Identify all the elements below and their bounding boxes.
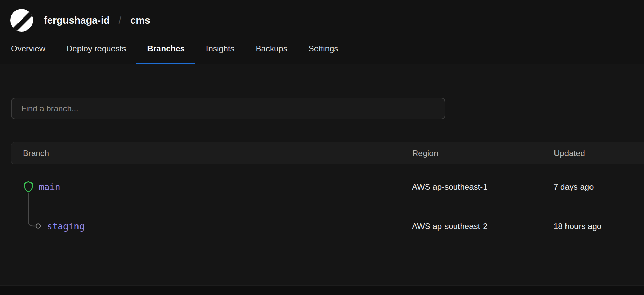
- footer-strip: [0, 285, 644, 295]
- tab-settings[interactable]: Settings: [298, 44, 349, 64]
- branch-link-staging[interactable]: staging: [47, 221, 85, 232]
- branch-search-input[interactable]: [11, 98, 445, 119]
- app-header: fergushaga-id / cms Overview Deploy requ…: [0, 0, 644, 64]
- breadcrumb-org-link[interactable]: fergushaga-id: [44, 15, 110, 26]
- column-header-region: Region: [412, 149, 554, 158]
- table-body: main AWS ap-southeast-1 7 days ago stagi…: [11, 164, 644, 246]
- branch-link-main[interactable]: main: [39, 182, 60, 192]
- tab-branches[interactable]: Branches: [136, 44, 195, 64]
- branch-cell: staging: [11, 221, 412, 232]
- logo-stripe: [10, 12, 33, 32]
- app-root: fergushaga-id / cms Overview Deploy requ…: [0, 0, 644, 295]
- table-header-row: Branch Region Updated: [11, 142, 644, 164]
- region-cell: AWS ap-southeast-2: [412, 222, 553, 231]
- tab-deploy-requests[interactable]: Deploy requests: [56, 44, 136, 64]
- tab-overview[interactable]: Overview: [0, 44, 56, 64]
- column-header-updated: Updated: [554, 149, 644, 158]
- table-row-staging[interactable]: staging AWS ap-southeast-2 18 hours ago: [11, 206, 644, 246]
- header-top: fergushaga-id / cms: [0, 0, 644, 32]
- logo-stripe: [10, 9, 33, 32]
- protected-shield-icon: [24, 181, 33, 193]
- planetscale-logo-icon[interactable]: [10, 9, 33, 32]
- branch-cell: main: [11, 181, 412, 193]
- tab-insights[interactable]: Insights: [195, 44, 245, 64]
- tab-bar: Overview Deploy requests Branches Insigh…: [0, 44, 644, 64]
- updated-cell: 7 days ago: [553, 182, 644, 192]
- region-cell: AWS ap-southeast-1: [412, 182, 553, 192]
- table-row-main[interactable]: main AWS ap-southeast-1 7 days ago: [11, 167, 644, 206]
- branches-page: Branch Region Updated main AWS ap: [0, 98, 644, 295]
- breadcrumb: fergushaga-id / cms: [44, 14, 150, 26]
- updated-cell: 18 hours ago: [553, 222, 644, 231]
- tab-backups[interactable]: Backups: [245, 44, 298, 64]
- branches-table: Branch Region Updated main AWS ap: [11, 142, 644, 246]
- breadcrumb-separator: /: [119, 14, 121, 26]
- column-header-branch: Branch: [11, 149, 412, 158]
- breadcrumb-database-link[interactable]: cms: [130, 15, 150, 26]
